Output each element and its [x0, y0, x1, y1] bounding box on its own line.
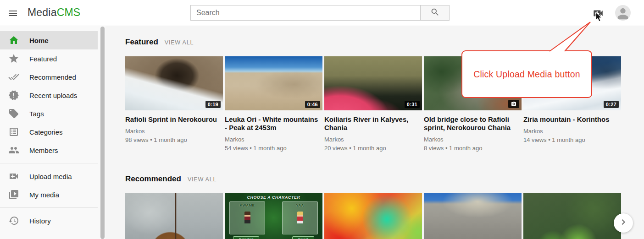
- media-meta: 20 views • 1 month ago: [324, 145, 422, 152]
- sidebar-item-label: Home: [29, 37, 49, 44]
- media-thumbnail[interactable]: 0:31: [324, 56, 422, 110]
- media-thumbnail[interactable]: [523, 193, 621, 239]
- sidebar-item-members[interactable]: Members: [0, 141, 98, 159]
- sidebar-item-my-media[interactable]: My media: [0, 185, 98, 204]
- game-character-sprite: [244, 212, 250, 223]
- section-title: Recommended: [125, 174, 181, 184]
- mouse-cursor-icon: [595, 12, 604, 23]
- media-card: 0:19 Rafioli Sprint in Nerokourou Markos…: [125, 56, 223, 152]
- search-button[interactable]: [420, 5, 449, 20]
- categories-icon: [8, 126, 19, 137]
- sidebar: Home Featured Recommended Recent uploads…: [0, 26, 105, 239]
- tag-icon: [8, 108, 19, 119]
- home-icon: [8, 35, 19, 46]
- sidebar-item-label: Tags: [29, 110, 44, 118]
- menu-icon[interactable]: [7, 8, 18, 19]
- duration-badge: 0:31: [405, 101, 420, 108]
- game-selected-button: Selected: [233, 236, 259, 239]
- game-overlay-title: CHOOSE A CHARACTER: [225, 195, 322, 200]
- media-thumbnail[interactable]: [424, 193, 522, 239]
- sidebar-item-home[interactable]: Home: [0, 31, 98, 49]
- media-card: [125, 193, 223, 239]
- media-thumbnail[interactable]: CHOOSE A CHARACTER KWAME YAA Selected: [225, 193, 322, 239]
- duration-badge: 0:46: [305, 101, 320, 108]
- media-author[interactable]: Markos: [424, 136, 522, 143]
- media-author[interactable]: Markos: [125, 128, 223, 135]
- sidebar-item-label: Featured: [29, 55, 57, 63]
- media-meta: 54 views • 1 month ago: [225, 145, 322, 152]
- sidebar-item-label: Recent uploads: [29, 92, 77, 99]
- new-releases-icon: [8, 90, 19, 101]
- sidebar-item-label: Categories: [29, 128, 63, 136]
- search-bar: [190, 5, 450, 21]
- tooltip-pointer: [541, 18, 596, 54]
- media-card: [523, 193, 621, 239]
- tutorial-tooltip: Click Upload Media button: [461, 50, 592, 98]
- sidebar-item-history[interactable]: History: [0, 212, 98, 230]
- history-icon: [8, 215, 19, 226]
- view-all-link[interactable]: VIEW ALL: [165, 39, 194, 46]
- media-meta: 14 views • 1 month ago: [523, 136, 621, 143]
- media-author[interactable]: Markos: [225, 136, 322, 143]
- media-thumbnail[interactable]: 0:46: [225, 56, 322, 110]
- user-avatar[interactable]: [615, 5, 631, 21]
- logo-media: Media: [28, 6, 57, 18]
- sidebar-item-label: Recommended: [29, 73, 76, 81]
- media-meta: 8 views • 1 month ago: [424, 145, 522, 152]
- game-character-panel: KWAME: [229, 201, 265, 234]
- game-select-button: Select: [292, 236, 314, 239]
- section-title: Featured: [125, 38, 158, 47]
- media-title[interactable]: Old bridge close to Rafioli sprint, Nero…: [424, 115, 522, 132]
- my-media-icon: [8, 189, 19, 200]
- done-all-icon: [8, 71, 19, 82]
- search-input[interactable]: [191, 5, 420, 20]
- sidebar-divider: [0, 207, 98, 208]
- chevron-right-icon: [618, 217, 629, 229]
- sidebar-item-tags[interactable]: Tags: [0, 104, 98, 123]
- logo-cms: CMS: [57, 6, 81, 18]
- media-author[interactable]: Markos: [324, 136, 422, 143]
- media-thumbnail[interactable]: [125, 193, 223, 239]
- app-logo[interactable]: MediaCMS: [28, 6, 80, 19]
- recommended-section: Recommended VIEW ALL CHOOSE A CHARACTER …: [125, 174, 621, 239]
- media-title[interactable]: Leuka Ori - White mountains - Peak at 24…: [225, 115, 322, 132]
- search-icon: [430, 7, 440, 19]
- media-title[interactable]: Ziria mountain - Korinthos: [523, 115, 621, 124]
- sidebar-item-label: History: [29, 217, 51, 225]
- media-title[interactable]: Koiliaris River in Kalyves, Chania: [324, 115, 422, 132]
- duration-badge: 0:27: [604, 101, 619, 108]
- media-meta: 98 views • 1 month ago: [125, 136, 223, 143]
- duration-badge: 0:19: [205, 101, 221, 108]
- carousel-next-button[interactable]: [614, 213, 633, 233]
- sidebar-item-label: Members: [29, 147, 58, 154]
- media-thumbnail[interactable]: 0:19: [125, 56, 223, 110]
- media-card: CHOOSE A CHARACTER KWAME YAA Selected: [225, 193, 322, 239]
- view-all-link[interactable]: VIEW ALL: [188, 176, 217, 183]
- sidebar-item-upload-media[interactable]: Upload media: [0, 167, 98, 185]
- game-character-name: KWAME: [230, 203, 265, 207]
- game-character-panel: YAA: [282, 201, 318, 234]
- game-character-name: YAA: [283, 203, 317, 207]
- sidebar-item-recommended[interactable]: Recommended: [0, 68, 98, 86]
- members-icon: [8, 145, 19, 156]
- sidebar-item-label: Upload media: [29, 173, 72, 180]
- media-card: 0:46 Leuka Ori - White mountains - Peak …: [225, 56, 322, 152]
- media-thumbnail[interactable]: [324, 193, 422, 239]
- game-character-sprite: [297, 212, 303, 223]
- media-card: [324, 193, 422, 239]
- tooltip-text: Click Upload Media button: [473, 69, 580, 80]
- camera-icon: [508, 100, 519, 108]
- sidebar-divider: [0, 163, 98, 163]
- media-card: [424, 193, 522, 239]
- sidebar-item-recent-uploads[interactable]: Recent uploads: [0, 86, 98, 104]
- upload-media-icon: [8, 171, 19, 182]
- sidebar-scrollbar[interactable]: [100, 27, 105, 239]
- star-icon: [8, 53, 19, 64]
- sidebar-item-label: My media: [29, 191, 59, 199]
- media-author[interactable]: Markos: [523, 128, 621, 135]
- sidebar-item-featured[interactable]: Featured: [0, 49, 98, 68]
- person-icon: [615, 14, 631, 21]
- sidebar-item-categories[interactable]: Categories: [0, 123, 98, 141]
- media-card: 0:31 Koiliaris River in Kalyves, Chania …: [324, 56, 422, 152]
- media-title[interactable]: Rafioli Sprint in Nerokourou: [125, 115, 223, 124]
